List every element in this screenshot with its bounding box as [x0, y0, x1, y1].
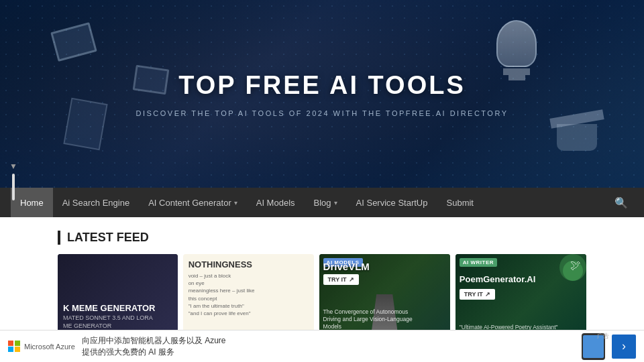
- scroll-bar: [12, 174, 15, 200]
- nav-item-content[interactable]: AI Content Generator ▾: [139, 188, 247, 217]
- try-it-button-drivevlm[interactable]: TRY IT ↗: [323, 274, 359, 285]
- scroll-indicator: ▼: [9, 162, 17, 200]
- nav-item-startup[interactable]: AI Service StartUp: [347, 188, 437, 217]
- card-title: K MEME GENERATOR: [63, 303, 172, 313]
- deco-envelope-2: [133, 65, 170, 95]
- nav-item-search[interactable]: Ai Search Engine: [53, 188, 139, 217]
- ad-label: 广告: [597, 332, 609, 335]
- try-it-button-poem[interactable]: TRY IT ↗: [460, 289, 495, 300]
- poem-title: PoemGenerator.AI: [460, 274, 535, 284]
- hero-section: TOP FREE AI TOOLS DISCOVER THE TOP AI TO…: [0, 0, 644, 188]
- card-subtitle-1: MATED SONNET 3.5 AND LORA: [63, 314, 172, 321]
- latest-feed-section: LATEST FEED K MEME GENERATOR MATED SONNE…: [47, 217, 597, 335]
- card-3-title: DriveVLM: [323, 261, 370, 272]
- navigation: Home Ai Search Engine AI Content Generat…: [0, 188, 644, 217]
- nav-item-submit[interactable]: Submit: [437, 188, 483, 217]
- card-3-description: The Convergence of Autonomous Driving an…: [323, 308, 446, 330]
- card-subtitle-2: ME GENERATOR: [63, 322, 172, 329]
- nothingness-title: NOTHINGNESS: [189, 259, 309, 269]
- arrow-icon-2: ↗: [485, 291, 490, 298]
- ai-writer-badge: AI WRITER: [460, 258, 497, 267]
- chevron-down-icon-2: ▾: [334, 199, 337, 206]
- search-icon[interactable]: 🔍: [609, 196, 633, 209]
- feed-card-drivevlm[interactable]: AI MODELS DriveVLM TRY IT ↗ The Converge…: [319, 254, 450, 335]
- hero-title: TOP FREE AI TOOLS: [178, 71, 466, 100]
- ad-cta-button[interactable]: ›: [612, 335, 636, 335]
- nav-items: Home Ai Search Engine AI Content Generat…: [11, 188, 609, 217]
- arrow-icon: ↗: [349, 276, 354, 283]
- feed-card-meme[interactable]: K MEME GENERATOR MATED SONNET 3.5 AND LO…: [58, 254, 178, 335]
- hero-subtitle: DISCOVER THE TOP AI TOOLS OF 2024 WITH T…: [136, 109, 508, 117]
- scroll-arrow-icon: ▼: [9, 162, 17, 171]
- feed-card-poemgenerator[interactable]: 🕊 AI WRITER PoemGenerator.AI TRY IT ↗ "U…: [455, 254, 586, 335]
- ad-banner: Microsoft Azure 向应用中添加智能机器人服务以及 Azure 提供…: [0, 330, 644, 335]
- main-content: LATEST FEED K MEME GENERATOR MATED SONNE…: [0, 217, 644, 335]
- bird-icon: 🕊: [570, 259, 581, 272]
- nav-item-models[interactable]: AI Models: [247, 188, 305, 217]
- chevron-down-icon: ▾: [234, 199, 237, 206]
- latest-feed-title: LATEST FEED: [58, 231, 586, 245]
- nav-item-blog[interactable]: Blog ▾: [305, 188, 347, 217]
- deco-trophy: [490, 20, 543, 87]
- feed-card-nothingness[interactable]: NOTHINGNESS void – just a block on eye m…: [183, 254, 314, 335]
- feed-grid: K MEME GENERATOR MATED SONNET 3.5 AND LO…: [58, 254, 586, 335]
- deco-mortarboard: [543, 114, 610, 168]
- card-content: K MEME GENERATOR MATED SONNET 3.5 AND LO…: [63, 303, 172, 329]
- nothingness-lines: void – just a block on eye meaningless h…: [189, 272, 309, 317]
